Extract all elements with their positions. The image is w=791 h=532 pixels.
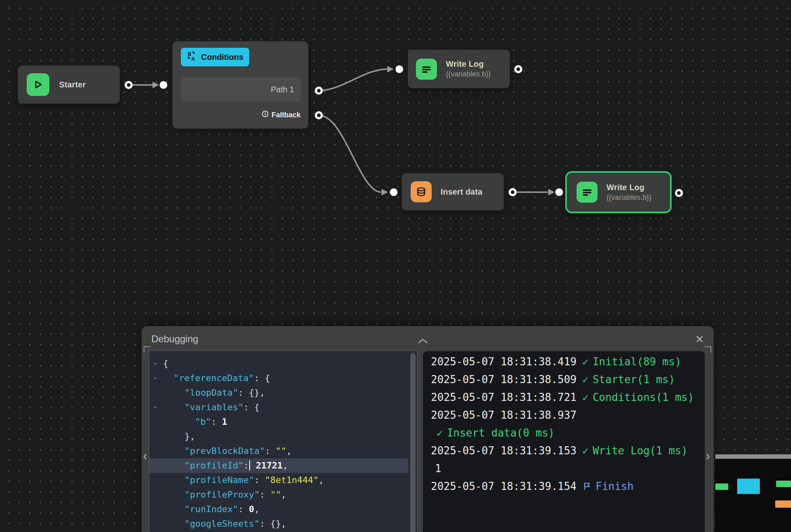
json-line-code: "profileName": "8et1n444", <box>171 473 324 487</box>
log-entry: 2025-05-07 18:31:38.937 <box>431 406 705 424</box>
corner-bracket-right <box>705 346 711 353</box>
port-hole <box>677 191 681 195</box>
check-icon: ✓ <box>437 427 443 439</box>
node-write-log-selected-title: Write Log <box>607 183 651 192</box>
json-token-num: 0 <box>249 504 254 514</box>
json-line[interactable]: "profileProxy": "", <box>149 487 408 502</box>
scroll-left-icon[interactable]: ‹ <box>143 449 147 461</box>
arrowhead-icon <box>387 66 394 72</box>
check-icon: ✓ <box>582 445 589 457</box>
port-conditions-input[interactable] <box>160 81 168 89</box>
conditions-fallback-label: Fallback <box>271 111 301 119</box>
json-scrollbar-thumb[interactable] <box>410 353 416 532</box>
port-writelog-selected-output[interactable] <box>675 189 683 197</box>
json-line-code: "profileProxy": "", <box>171 487 286 502</box>
port-writelog-top-input[interactable] <box>396 66 403 73</box>
json-token-key: "loopData" <box>184 388 238 398</box>
port-insertdata-input[interactable] <box>390 189 398 196</box>
log-entry: 2025-05-07 18:31:39.153✓Write Log(1 ms) <box>431 442 705 460</box>
log-status-label: Finish <box>596 480 634 492</box>
json-token-str: "" <box>270 490 281 500</box>
json-token-punc: : {}, <box>259 519 286 529</box>
minimap-writelog-block <box>776 481 791 487</box>
log-entry: 2025-05-07 18:31:38.721✓Conditions(1 ms) <box>431 388 705 406</box>
close-icon[interactable]: ✕ <box>693 333 706 346</box>
conditions-badge-label: Conditions <box>201 53 243 62</box>
conditions-fallback-row[interactable]: Fallback <box>262 110 301 119</box>
node-insert-data-label: Insert data <box>441 187 482 197</box>
json-line[interactable]: "prevBlockData": "", <box>149 444 408 458</box>
json-token-key: "googleSheets" <box>184 519 259 529</box>
json-line[interactable]: "loopData": {}, <box>149 386 408 400</box>
minimap[interactable] <box>715 454 791 532</box>
json-line[interactable]: "googleSheets": {}, <box>149 517 408 531</box>
branch-icon: B A <box>187 51 197 64</box>
node-write-log-selected[interactable]: Write Log {{variables.b}} <box>565 171 672 213</box>
minimap-viewport-edge <box>715 454 791 459</box>
workflow-canvas[interactable]: Starter B A Conditions Path 1 Fallback <box>0 0 791 532</box>
arrowhead-icon <box>153 82 159 88</box>
log-status-label: Starter(1 ms) <box>593 373 675 386</box>
log-status-label: Initial(89 ms) <box>593 356 681 368</box>
arrowhead-icon <box>548 189 555 195</box>
log-entry: ✓Insert data(0 ms) <box>431 424 705 442</box>
json-line-code: "runIndex": 0, <box>171 502 259 517</box>
log-lines-icon <box>577 182 598 203</box>
check-icon: ✓ <box>582 391 589 403</box>
collapse-chevron-icon[interactable] <box>418 338 428 344</box>
json-line[interactable]: }, <box>149 429 408 444</box>
log-status-label: Conditions(1 ms) <box>593 391 694 403</box>
scroll-right-icon[interactable]: › <box>706 449 710 461</box>
log-timestamp: 2025-05-07 18:31:39.153 <box>431 445 577 457</box>
check-icon: ✓ <box>582 356 589 368</box>
json-token-punc: , <box>286 446 292 456</box>
log-timestamp: 2025-05-07 18:31:38.937 <box>431 409 577 421</box>
edge-fallback-insertdata[interactable] <box>319 115 381 192</box>
port-writelog-top-output[interactable] <box>514 65 522 73</box>
log-timestamp: 2025-05-07 18:31:39.154 <box>431 480 577 492</box>
fold-arrow-icon[interactable]: ⌄ <box>153 355 158 370</box>
info-icon <box>262 110 269 119</box>
json-token-key: "variables" <box>184 402 244 412</box>
json-line[interactable]: "profileId": 21721, <box>149 458 408 473</box>
json-line-code: "profileId": 21721, <box>171 458 288 473</box>
node-conditions[interactable]: B A Conditions Path 1 Fallback <box>172 41 308 129</box>
json-line[interactable]: "profileName": "8et1n444", <box>149 473 408 487</box>
text-cursor <box>249 460 250 471</box>
json-token-punc: : { <box>254 373 270 383</box>
node-insert-data[interactable]: Insert data <box>402 173 504 210</box>
json-inspector[interactable]: ⌄{⌄"referenceData": {"loopData": {},⌄"va… <box>149 350 418 532</box>
json-line-code: "prevBlockData": "", <box>171 444 292 458</box>
execution-log[interactable]: 2025-05-07 18:31:38.419✓Initial(89 ms)20… <box>423 351 705 532</box>
json-tree: ⌄{⌄"referenceData": {"loopData": {},⌄"va… <box>149 356 417 531</box>
json-line[interactable]: ⌄"variables": { <box>149 400 408 415</box>
port-writelog-selected-input[interactable] <box>556 189 563 196</box>
json-line[interactable]: ⌄"referenceData": { <box>149 371 408 386</box>
log-timestamp: 2025-05-07 18:31:38.509 <box>431 373 577 386</box>
json-token-num: 21721 <box>256 460 282 471</box>
json-line[interactable]: ⌄{ <box>149 356 408 371</box>
log-status-label: Write Log(1 ms) <box>593 445 688 457</box>
node-write-log-top[interactable]: Write Log {{variables.b}} <box>408 50 510 88</box>
json-line-code: }, <box>171 429 195 444</box>
conditions-path-row[interactable]: Path 1 <box>181 77 301 102</box>
play-icon <box>27 73 49 96</box>
json-token-punc: : <box>238 504 249 514</box>
json-line[interactable]: "b": 1 <box>149 415 408 429</box>
svg-text:B: B <box>188 51 191 57</box>
node-starter-label: Starter <box>59 80 86 89</box>
minimap-starter-block <box>715 483 728 490</box>
fold-arrow-icon[interactable]: ⌄ <box>153 399 158 413</box>
port-hole <box>517 68 520 71</box>
json-line-code: "googleSheets": {}, <box>171 517 286 531</box>
json-line[interactable]: "runIndex": 0, <box>149 502 408 517</box>
fold-arrow-icon[interactable]: ⌄ <box>153 370 158 384</box>
log-lines-icon <box>416 59 437 80</box>
json-token-punc: : <box>254 475 265 485</box>
edge-path1-writelog[interactable] <box>319 69 387 91</box>
json-line-code: "referenceData": { <box>160 371 270 386</box>
json-token-punc: , <box>282 460 288 471</box>
node-starter[interactable]: Starter <box>18 66 120 104</box>
log-timestamp: 2025-05-07 18:31:38.419 <box>431 356 577 368</box>
node-write-log-top-subtitle: {{variables.b}} <box>446 70 491 78</box>
